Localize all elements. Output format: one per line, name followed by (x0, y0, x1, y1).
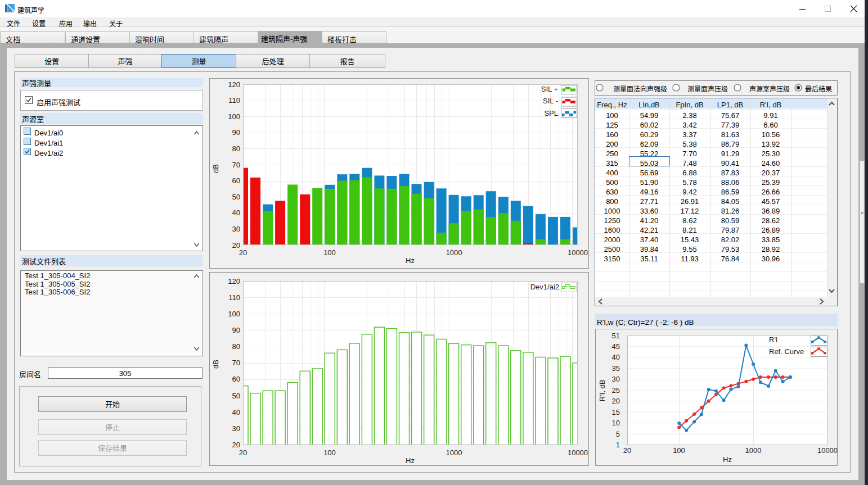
svg-text:50: 50 (232, 193, 240, 201)
svg-text:dB: dB (212, 164, 220, 173)
svg-text:100: 100 (673, 446, 685, 455)
svg-text:10000: 10000 (817, 446, 838, 455)
svg-text:15: 15 (612, 408, 620, 416)
svg-text:40: 40 (232, 208, 240, 217)
svg-text:20: 20 (612, 397, 620, 405)
svg-text:dB: dB (212, 360, 220, 369)
svg-text:110: 110 (228, 293, 240, 302)
svg-text:100: 100 (323, 248, 336, 257)
svg-text:45: 45 (612, 342, 620, 351)
svg-text:30: 30 (612, 375, 620, 383)
svg-text:1: 1 (616, 441, 620, 449)
svg-text:80: 80 (232, 342, 240, 351)
svg-text:70: 70 (232, 359, 240, 367)
svg-text:90: 90 (232, 326, 240, 334)
svg-text:100: 100 (228, 112, 240, 121)
svg-text:100: 100 (323, 448, 336, 457)
svg-text:10000: 10000 (568, 448, 588, 457)
svg-text:SIL -: SIL - (543, 97, 558, 105)
svg-text:SPL: SPL (544, 109, 558, 117)
svg-text:90: 90 (232, 128, 240, 137)
svg-text:20: 20 (239, 248, 247, 257)
svg-text:40: 40 (612, 353, 620, 361)
svg-text:50: 50 (232, 392, 240, 400)
svg-text:60: 60 (232, 176, 240, 185)
svg-text:Dev1/ai2: Dev1/ai2 (530, 283, 559, 291)
svg-text:80: 80 (232, 144, 240, 153)
svg-text:10000: 10000 (568, 248, 588, 257)
svg-text:70: 70 (232, 161, 240, 169)
svg-text:1000: 1000 (745, 446, 762, 455)
svg-text:Hz: Hz (406, 456, 415, 465)
svg-text:1000: 1000 (446, 248, 462, 257)
svg-text:40: 40 (232, 408, 240, 416)
svg-text:10: 10 (612, 419, 620, 427)
svg-text:Hz: Hz (406, 256, 415, 265)
svg-text:100: 100 (228, 310, 240, 318)
svg-text:60: 60 (232, 375, 240, 383)
svg-text:120: 120 (228, 277, 240, 285)
svg-text:20: 20 (239, 448, 247, 457)
svg-text:120: 120 (228, 80, 240, 89)
svg-text:25: 25 (612, 386, 620, 395)
svg-text:30: 30 (232, 225, 240, 233)
svg-text:R'I, dB: R'I, dB (598, 380, 606, 402)
svg-text:5: 5 (616, 430, 620, 438)
svg-text:R'I: R'I (769, 336, 777, 344)
svg-text:110: 110 (228, 96, 240, 105)
svg-text:35: 35 (612, 364, 620, 373)
svg-text:51: 51 (612, 332, 620, 340)
svg-text:Hz: Hz (723, 455, 732, 464)
svg-text:20: 20 (623, 446, 631, 455)
svg-text:SIL +: SIL + (541, 85, 558, 93)
svg-text:1000: 1000 (446, 448, 462, 457)
svg-text:20: 20 (232, 441, 240, 449)
svg-text:Ref. Curve: Ref. Curve (769, 347, 804, 356)
svg-text:30: 30 (232, 424, 240, 433)
